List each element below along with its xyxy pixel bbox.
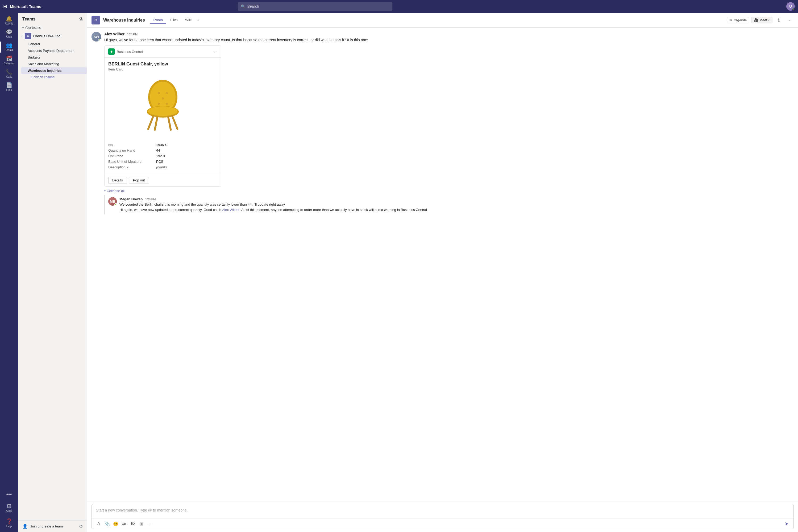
reply-body-megan-1: We counted the Berlin chairs this mornin… [119,202,794,207]
add-tab-button[interactable]: + [196,18,200,23]
apps-icon: ⊞ [7,503,12,509]
avatar-alex: AW [92,32,101,41]
mention-alex[interactable]: Alex Wilber [222,208,240,212]
status-dot [793,8,795,11]
svg-line-4 [148,116,153,129]
bc-card-actions: Details Pop out [104,174,221,187]
org-wide-badge[interactable]: 👁 Org-wide [727,17,749,23]
bc-item-name: BERLIN Guest Chair, yellow [108,61,217,67]
compose-area: Start a new conversation. Type @ to ment… [87,501,798,532]
msg-body-alex: Hi guys, we've found one item that wasn'… [104,37,794,43]
search-input[interactable] [238,2,392,11]
attach-icon[interactable]: 📎 [103,520,111,528]
info-button[interactable]: ℹ [775,16,783,24]
channel-item-sales[interactable]: Sales and Marketing [21,61,87,67]
meet-chevron-icon: ▾ [768,19,770,22]
channel-item-budgets[interactable]: Budgets [21,54,87,61]
bc-field-row-1: Quantity on Hand 44 [108,148,217,153]
popout-button[interactable]: Pop out [129,177,149,184]
filter-icon[interactable]: ⚗ [79,17,83,22]
collapse-all-button[interactable]: ▾ Collapse all [104,189,794,193]
bc-fields: No. 1936-S Quantity on Hand 44 Unit Pric… [108,142,217,170]
teams-panel-footer: 👤 Join or create a team ⚙ [18,520,87,532]
sidebar-item-calls[interactable]: 📞 Calls [0,67,18,80]
bc-app-name: Business Central [117,50,143,54]
sidebar-item-more[interactable]: ••• [0,490,18,499]
reply-thread: MB Megan Bowen 3:28 PM We counted the Be… [104,195,794,214]
teams-panel: Teams ⚗ ▾ Your teams ▾ C Cronus USA, Inc… [18,13,87,532]
channel-list: General Accounts Payable Department Budg… [18,41,87,80]
join-team-link[interactable]: Join or create a team [30,524,76,528]
tab-posts[interactable]: Posts [150,16,166,24]
teams-panel-header: Teams ⚗ [18,13,87,24]
bc-field-row-2: Unit Price 192.8 [108,153,217,159]
bc-card-header-left: + Business Central [108,49,143,55]
sidebar-item-activity[interactable]: 🔔 Activity [0,14,18,27]
bc-card-header: + Business Central ⋯ [104,46,221,58]
tab-files[interactable]: Files [167,16,180,24]
more-options-button[interactable]: ⋯ [785,16,794,24]
sidebar-item-help[interactable]: ❓ Help [0,517,18,530]
bc-item-subtitle: Item Card [108,67,217,71]
send-button[interactable]: ➤ [783,520,790,528]
bc-card: + Business Central ⋯ BERLIN Guest Chair,… [104,45,221,187]
compose-more-icon[interactable]: ⋯ [146,520,153,528]
format-icon[interactable]: A [95,520,102,528]
channel-item-accounts[interactable]: Accounts Payable Department [21,48,87,54]
team-row-cronus[interactable]: ▾ C Cronus USA, Inc. ··· [18,31,87,41]
compose-box[interactable]: Start a new conversation. Type @ to ment… [92,504,794,529]
reply-message-megan: MB Megan Bowen 3:28 PM We counted the Be… [108,195,794,214]
calls-icon: 📞 [6,69,13,75]
svg-point-11 [158,103,160,105]
bc-field-row-0: No. 1936-S [108,142,217,148]
header-actions: 👁 Org-wide 🎥 Meet ▾ ℹ ⋯ [727,16,794,24]
bc-image-container [108,75,217,140]
channel-item-general[interactable]: General [21,41,87,48]
svg-point-10 [162,97,164,99]
grid-icon[interactable]: ⊞ [3,3,7,9]
search-bar: 🔍 [238,2,392,11]
hidden-channel-link[interactable]: 1 hidden channel [21,74,87,80]
emoji-icon[interactable]: 😊 [112,520,119,528]
teams-icon: 👥 [6,42,13,48]
search-icon: 🔍 [241,4,245,8]
sticker-icon[interactable]: 🖼 [129,520,136,528]
sidebar-item-calendar[interactable]: 📅 Calendar [0,54,18,67]
msg-time-alex: 3:28 PM [127,33,137,36]
details-button[interactable]: Details [108,177,127,184]
your-teams-label[interactable]: ▾ Your teams [18,24,87,31]
chat-icon: 💬 [6,29,13,35]
meet-button[interactable]: 🎥 Meet ▾ [751,17,773,23]
compose-placeholder[interactable]: Start a new conversation. Type @ to ment… [92,504,794,518]
sidebar-item-files[interactable]: 📄 Files [0,80,18,94]
team-avatar-cronus: C [25,33,31,39]
status-dot-alex [98,39,101,41]
org-wide-icon: 👁 [729,18,733,22]
main-layout: 🔔 Activity 💬 Chat 👥 Teams 📅 Calendar 📞 C… [0,13,798,532]
messages-area: AW Alex Wilber 3:28 PM Hi guys, we've fo… [87,28,798,501]
sidebar-item-chat[interactable]: 💬 Chat [0,27,18,40]
teams-panel-title: Teams [22,17,36,22]
chevron-icon: ▾ [104,189,106,192]
reply-header-megan: Megan Bowen 3:28 PM [119,197,794,201]
sidebar-item-teams[interactable]: 👥 Teams [0,40,18,54]
sidebar-item-apps[interactable]: ⊞ Apps [0,501,18,514]
svg-line-7 [168,116,171,130]
svg-point-8 [158,92,160,94]
gif-icon[interactable]: GIF [120,520,128,528]
user-avatar[interactable]: U [786,2,795,11]
svg-line-5 [172,116,177,129]
apps-compose-icon[interactable]: ⊞ [137,520,145,528]
status-dot-megan [114,203,117,206]
tab-wiki[interactable]: Wiki [182,16,195,24]
svg-point-9 [166,92,168,94]
reply-time-megan: 3:28 PM [145,198,156,201]
bc-card-more-button[interactable]: ⋯ [213,49,217,54]
teams-panel-content: ▾ Your teams ▾ C Cronus USA, Inc. ··· Ge… [18,24,87,520]
bc-icon: + [108,49,115,55]
settings-icon[interactable]: ⚙ [79,524,83,529]
msg-header-alex: Alex Wilber 3:28 PM [104,32,794,36]
bc-field-row-3: Base Unit of Measure PCS [108,159,217,165]
channel-item-warehouse[interactable]: Warehouse Inquiries [21,67,87,74]
chevron-down-icon: ▾ [21,35,23,38]
